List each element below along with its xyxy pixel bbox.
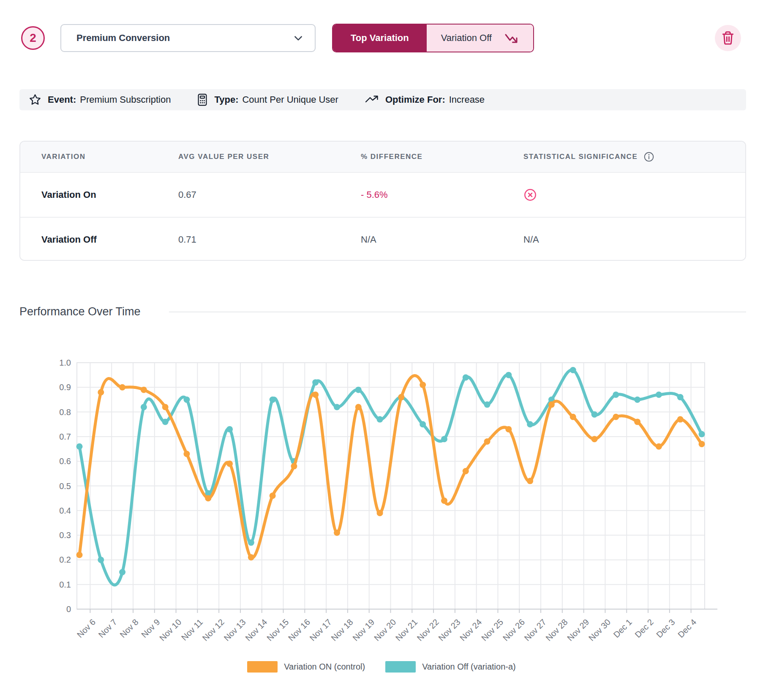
y-axis-tick: 0.5 — [59, 481, 71, 491]
data-point-marker — [591, 411, 598, 418]
variation-off-button[interactable]: Variation Off — [427, 25, 533, 52]
col-header-significance: STATISTICAL SIGNIFICANCE — [523, 153, 638, 161]
x-axis-tick: Nov 22 — [415, 617, 441, 643]
data-point-marker — [141, 404, 147, 410]
data-point-marker — [248, 554, 254, 561]
x-axis-tick: Nov 24 — [458, 617, 483, 643]
legend-item[interactable]: Variation ON (control) — [247, 661, 365, 673]
data-point-marker — [98, 557, 104, 563]
table-row-variation-off: Variation Off 0.71 N/A N/A — [20, 217, 745, 261]
data-point-marker — [312, 379, 319, 386]
x-axis-tick: Nov 23 — [436, 617, 462, 643]
data-point-marker — [634, 418, 640, 425]
x-axis-tick: Nov 6 — [75, 617, 98, 640]
col-header-difference: % DIFFERENCE — [361, 153, 523, 161]
summary-type: Type: Count Per Unique User — [197, 93, 338, 106]
data-point-marker — [677, 416, 684, 423]
data-point-marker — [484, 402, 490, 408]
x-axis-tick: Dec 3 — [654, 617, 677, 640]
x-axis-tick: Nov 29 — [565, 617, 591, 643]
x-axis-tick: Dec 4 — [676, 617, 698, 640]
info-icon[interactable] — [643, 151, 654, 162]
y-axis-tick: 0.6 — [59, 457, 71, 466]
data-point-marker — [355, 387, 362, 393]
section-divider — [169, 312, 746, 312]
performance-chart: 00.10.20.30.40.50.60.70.80.91.0Nov 6Nov … — [13, 350, 750, 650]
data-point-marker — [248, 539, 254, 546]
data-point-marker — [570, 414, 576, 420]
x-axis-tick: Nov 25 — [480, 617, 505, 643]
data-point-marker — [226, 426, 233, 432]
row-avg-value: 0.67 — [178, 189, 361, 200]
x-axis-tick: Nov 10 — [158, 617, 183, 643]
y-axis-tick: 0.7 — [59, 432, 71, 441]
y-axis-tick: 1.0 — [59, 358, 71, 367]
data-point-marker — [441, 498, 447, 504]
summary-type-label: Type: — [214, 94, 238, 105]
data-point-marker — [205, 495, 211, 501]
x-axis-tick: Dec 2 — [633, 617, 655, 640]
data-point-marker — [76, 552, 83, 558]
legend-swatch — [385, 661, 416, 673]
metric-index-number: 2 — [30, 31, 36, 45]
data-point-marker — [505, 426, 512, 432]
x-axis-tick: Nov 19 — [351, 617, 376, 643]
x-axis-tick: Nov 26 — [501, 617, 526, 643]
top-variation-button[interactable]: Top Variation — [333, 25, 427, 52]
data-point-marker — [591, 436, 598, 442]
x-axis-tick: Nov 11 — [180, 617, 204, 642]
legend-item[interactable]: Variation Off (variation-a) — [385, 661, 516, 673]
data-point-marker — [76, 443, 83, 450]
x-axis-tick: Nov 13 — [222, 617, 247, 643]
table-header-row: VARIATION AVG VALUE PER USER % DIFFERENC… — [20, 142, 745, 173]
data-point-marker — [420, 382, 426, 388]
legend-label: Variation ON (control) — [284, 662, 365, 672]
summary-type-value: Count Per Unique User — [242, 94, 338, 105]
data-point-marker — [270, 396, 276, 403]
x-axis-tick: Nov 28 — [544, 617, 569, 643]
legend-label: Variation Off (variation-a) — [422, 662, 516, 672]
data-point-marker — [613, 391, 619, 398]
row-significance-value: N/A — [523, 234, 539, 245]
data-point-marker — [699, 441, 705, 447]
metric-summary-bar: Event: Premium Subscription Type: Count … — [19, 89, 746, 110]
summary-optimize-value: Increase — [449, 94, 485, 105]
x-axis-tick: Nov 17 — [308, 617, 333, 643]
data-point-marker — [484, 438, 490, 445]
col-header-variation: VARIATION — [20, 153, 178, 161]
section-title: Performance Over Time — [19, 305, 141, 318]
y-axis-tick: 0.2 — [59, 555, 71, 564]
row-avg-value: 0.71 — [178, 234, 361, 245]
data-point-marker — [505, 372, 512, 378]
x-axis-tick: Nov 30 — [587, 617, 612, 643]
x-axis-tick: Nov 7 — [97, 617, 119, 640]
data-point-marker — [183, 451, 190, 457]
summary-optimize-label: Optimize For: — [385, 94, 445, 105]
data-point-marker — [463, 374, 469, 380]
chart-legend: Variation ON (control)Variation Off (var… — [13, 661, 750, 673]
data-point-marker — [355, 404, 362, 410]
x-axis-tick: Nov 16 — [286, 617, 312, 643]
data-point-marker — [334, 530, 340, 536]
data-point-marker — [656, 443, 662, 450]
y-axis-tick: 0 — [66, 604, 71, 614]
data-point-marker — [527, 421, 533, 427]
data-point-marker — [570, 367, 576, 373]
data-point-marker — [398, 394, 404, 400]
data-point-marker — [613, 414, 619, 420]
data-point-marker — [183, 396, 190, 403]
experiment-metric-panel: 2 Premium Conversion Top Variation Varia… — [0, 0, 763, 700]
metric-select[interactable]: Premium Conversion — [60, 24, 316, 52]
top-variation-label: Top Variation — [351, 33, 409, 44]
data-point-marker — [377, 416, 383, 423]
legend-swatch — [247, 661, 278, 673]
x-axis-tick: Nov 12 — [201, 617, 226, 643]
trend-up-icon — [365, 94, 379, 105]
table-row-variation-on: Variation On 0.67 - 5.6% — [20, 173, 745, 217]
data-point-marker — [162, 418, 169, 425]
data-point-marker — [119, 569, 125, 575]
trend-down-icon — [504, 32, 519, 44]
x-axis-tick: Nov 14 — [243, 617, 269, 643]
data-point-marker — [334, 404, 340, 410]
delete-metric-button[interactable] — [715, 25, 741, 51]
